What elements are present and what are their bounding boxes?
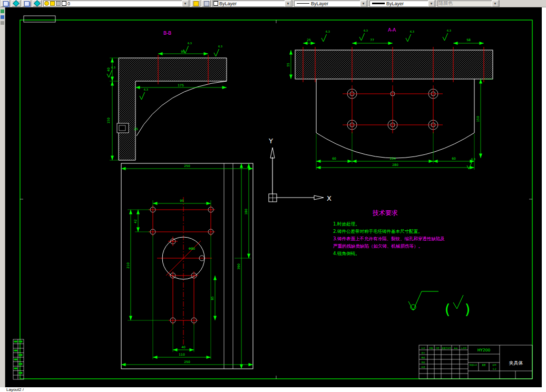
layer-properties-button[interactable] [1, 0, 10, 7]
linetype-sample-icon [297, 3, 309, 4]
title-block-label: 批准 [422, 366, 426, 368]
dimension-label: 60 [332, 156, 336, 160]
title-block-label: 标记 [421, 347, 426, 349]
layer-dropdown-arrow[interactable]: ▼ [182, 1, 189, 7]
title-block-label: 设计 [422, 351, 426, 354]
linetype-value: ByLayer [311, 1, 328, 6]
surface-finish-value: 6.3 [471, 158, 475, 161]
y-axis-label: Y [268, 137, 273, 145]
dimension-label: 77 [370, 38, 374, 42]
dimension-label: 175 [178, 83, 184, 87]
surface-finish-icon [321, 34, 327, 42]
layer-unisolate-button[interactable] [33, 0, 42, 7]
dimension-label: 280 [392, 163, 398, 166]
surface-finish-value: 6.3 [144, 88, 148, 91]
paren-close: ) [465, 301, 470, 317]
title-block-label: 审核 [422, 361, 426, 364]
section-b-label: B-B [163, 31, 171, 36]
layer-previous-button[interactable] [202, 0, 211, 7]
dimension-label: 180 [244, 209, 248, 215]
surface-finish-icon [140, 92, 145, 100]
section-a-label: A-A [388, 27, 396, 33]
lineweight-sample-icon [372, 3, 385, 4]
section-view-a-a: A-A 6.3 6.3 6.3 6.3 25 77 58 55 [286, 27, 493, 170]
surface-finish-value: 6.3 [218, 45, 222, 48]
dimension-label: 250 [184, 360, 190, 364]
revision-strip [13, 339, 24, 379]
cad-drawing: B-B 40 150 175 95 25 6.3 6.3 6.3 6.3 A-A [5, 7, 542, 387]
drawing-code: HY200 [477, 348, 491, 352]
surface-finish-icon [467, 162, 472, 169]
layers-isolate-icon [24, 1, 30, 6]
layer-previous-icon [204, 1, 209, 6]
dimension-label: 150 [106, 117, 110, 124]
left-toolbar [0, 7, 5, 387]
surface-finish-value: 6.3 [111, 66, 115, 69]
tech-requirements-title: 技术要求 [372, 209, 398, 217]
drawing-canvas[interactable]: B-B 40 150 175 95 25 6.3 6.3 6.3 6.3 A-A [5, 7, 542, 387]
title-block-label: 处数 [430, 347, 434, 349]
lineweight-value: ByLayer [386, 1, 404, 6]
lineweight-select[interactable]: ByLayer ▼ [369, 1, 436, 7]
dimension-label: 40 [106, 67, 110, 72]
layer-name: 0 [67, 1, 70, 6]
layout-tab[interactable]: Layout2 / [6, 387, 24, 392]
make-current-icon [193, 1, 199, 6]
section-view-b-b: B-B 40 150 175 95 25 6.3 6.3 6.3 6.3 [106, 31, 227, 160]
x-axis-label: X [327, 194, 331, 202]
surface-finish-value: 6.3 [447, 29, 451, 32]
color-swatch [213, 1, 218, 6]
plotstyle-select: 随颜色 ▼ [437, 1, 500, 7]
color-select[interactable]: ByLayer ▼ [212, 1, 292, 7]
surface-finish-icon [453, 295, 463, 309]
title-block-label: 阶段标记 [470, 364, 477, 366]
dimension-label: 55 [286, 63, 290, 67]
dimension-label: 210 [126, 262, 130, 269]
dimension-label: 390 [237, 263, 240, 270]
technical-requirements: 技术要求 1.时效处理。 2.铸件公差带对称于毛坯铸件基本尺寸配置。 3.铸件表… [333, 209, 445, 256]
surface-finish-value: 6.3 [364, 29, 368, 32]
layers-icon [3, 1, 8, 6]
linetype-select[interactable]: ByLayer ▼ [294, 1, 368, 7]
ucs-icon: Y X [268, 137, 331, 202]
tech-requirement-line: 3.铸件表面上不允许有冷隔、裂纹、缩孔和穿透性缺陷及 [333, 236, 445, 241]
title-block-label: 校核 [421, 357, 426, 359]
surface-finish-icon [406, 34, 411, 42]
title-block-label: 年月日 [461, 347, 467, 349]
hole-pattern [343, 85, 443, 133]
lineweight-dropdown-arrow[interactable]: ▼ [428, 1, 435, 7]
layer-select[interactable]: 0 ▼ [43, 1, 190, 7]
layer-freeze-icon [50, 1, 55, 6]
layer-on-icon [44, 1, 49, 6]
title-block-label: 更改文件号 [442, 347, 451, 349]
global-surface-finish: ( ) [408, 291, 470, 317]
layer-color-swatch [62, 1, 66, 6]
tech-requirement-line: 严重的残缺类缺陷（如欠铸、机械损伤等）。 [333, 243, 423, 249]
linetype-dropdown-arrow[interactable]: ▼ [360, 1, 367, 7]
layer-states-button[interactable] [12, 0, 21, 7]
status-bar: Layout2 / [0, 387, 546, 392]
dimension-label: 154 [389, 156, 396, 160]
dimension-label: 150 [476, 116, 480, 122]
surface-finish-icon [214, 49, 219, 56]
color-dropdown-arrow[interactable]: ▼ [285, 1, 291, 7]
layer-isolate-button[interactable] [22, 0, 31, 7]
surface-finish-value: 6.3 [188, 42, 192, 45]
surface-finish-icon [443, 33, 448, 41]
tool-icon-gray[interactable] [1, 21, 4, 25]
part-name: 夹具体 [509, 360, 523, 366]
tool-icon-green[interactable] [1, 9, 4, 13]
make-layer-current-button[interactable] [191, 0, 200, 7]
hole-pattern [149, 205, 215, 325]
color-value: ByLayer [219, 1, 237, 6]
layer-lock-icon [56, 1, 61, 6]
layers-unisolate-icon [34, 0, 41, 7]
plan-view: 250 95 42 210 390 180 40 110 250 85 Φ80 [121, 163, 253, 369]
dimension-label: 60 [452, 156, 456, 160]
title-block-label: 分区 [436, 347, 440, 349]
plotstyle-value: 随颜色 [438, 0, 453, 7]
dimension-label: 58 [466, 38, 471, 42]
dimension-label: 25 [134, 127, 138, 131]
dimension-label: 85 [210, 296, 214, 300]
tool-icon-blue[interactable] [1, 15, 4, 19]
